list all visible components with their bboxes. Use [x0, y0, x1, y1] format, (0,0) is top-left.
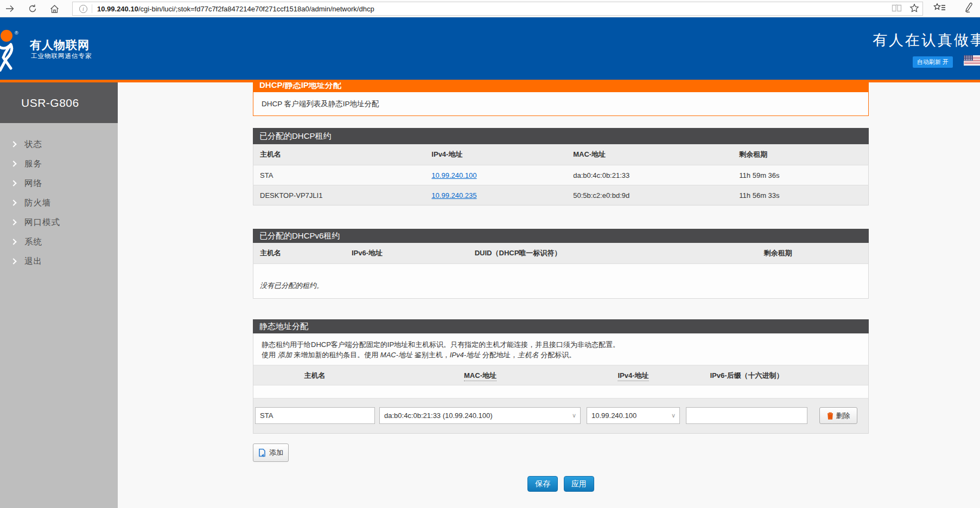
dhcpv6-empty-text: 没有已分配的租约。	[253, 264, 868, 291]
dhcp-leases-section: 已分配的DHCP租约 主机名 IPv4-地址 MAC-地址 剩余租期 STA 1…	[253, 128, 869, 205]
table-header-row: 主机名 IPv6-地址 DUID（DHCP唯一标识符） 剩余租期	[253, 243, 869, 263]
lease-hostname: DESKTOP-VP7JLI1	[253, 185, 432, 205]
description-line2: 使用 添加 来增加新的租约条目。使用 MAC-地址 鉴别主机，IPv4-地址 分…	[262, 350, 868, 360]
chevron-right-icon	[10, 200, 16, 205]
dhcp-leases-table: 主机名 IPv4-地址 MAC-地址 剩余租期 STA 10.99.240.10…	[253, 144, 869, 205]
col-ipv4: IPv4-地址	[618, 371, 648, 381]
chevron-down-icon: ∨	[671, 412, 679, 419]
sidebar-item-services[interactable]: 服务	[0, 154, 118, 173]
page-title-bar: DHCP/静态IP地址分配	[253, 82, 869, 92]
auto-refresh-toggle[interactable]: 自动刷新 开	[913, 56, 953, 68]
col-lease-time: 剩余租期	[764, 243, 869, 263]
browser-chrome: i 10.99.240.10/cgi-bin/luci/;stok=fd77c7…	[0, 0, 980, 17]
favorite-star-icon[interactable]	[909, 3, 919, 15]
form-actions: 保存 应用	[253, 476, 869, 492]
dhcpv6-leases-table: 主机名 IPv6-地址 DUID（DHCP唯一标识符） 剩余租期	[253, 243, 869, 263]
ipv4-address-select[interactable]: 10.99.240.100 ∨	[587, 407, 680, 424]
lease-ipv4-link[interactable]: 10.99.240.100	[431, 171, 476, 179]
us-flag-icon[interactable]	[964, 55, 980, 66]
col-ipv6: IPv6-地址	[352, 243, 475, 263]
sidebar-item-logout[interactable]: 退出	[0, 252, 118, 271]
chevron-right-icon	[10, 239, 16, 245]
col-lease-time: 剩余租期	[739, 144, 868, 165]
lease-mac: da:b0:4c:0b:21:33	[573, 165, 739, 185]
static-leases-description: 静态租约用于给DHCP客户端分配固定的IP地址和主机标识。只有指定的主机才能连接…	[253, 333, 868, 365]
dhcp-leases-title: 已分配的DHCP租约	[253, 128, 869, 144]
col-ipv4: IPv4-地址	[431, 144, 573, 165]
static-leases-section: 静态地址分配 静态租约用于给DHCP客户端分配固定的IP地址和主机标识。只有指定…	[253, 319, 869, 462]
static-lease-entry-row: da:b0:4c:0b:21:33 (10.99.240.100) ∨ 10.9…	[253, 398, 868, 433]
apply-button[interactable]: 应用	[564, 476, 594, 492]
delete-button[interactable]: 删除	[819, 407, 857, 424]
lease-ipv4-link[interactable]: 10.99.240.235	[431, 191, 476, 200]
col-mac: MAC-地址	[573, 144, 739, 165]
forward-icon[interactable]	[1, 0, 18, 17]
page-title: DHCP/静态IP地址分配	[253, 82, 869, 92]
reading-view-icon[interactable]	[892, 4, 902, 15]
home-icon[interactable]	[46, 0, 63, 17]
table-header-row: 主机名 IPv4-地址 MAC-地址 剩余租期	[253, 144, 869, 165]
device-name: USR-G806	[21, 97, 79, 110]
usr-logo	[0, 27, 24, 74]
chevron-right-icon	[10, 160, 16, 166]
brand-title: 有人物联网	[30, 37, 90, 53]
url-text[interactable]: 10.99.240.10/cgi-bin/luci/;stok=fd77c7f2…	[97, 5, 374, 13]
trash-icon	[827, 412, 833, 420]
url-domain: 10.99.240.10	[97, 5, 138, 13]
table-row: DESKTOP-VP7JLI1 10.99.240.235 50:5b:c2:e…	[253, 185, 869, 205]
url-path: /cgi-bin/luci/;stok=fd77c7f2fa847214e70f…	[138, 5, 374, 13]
brand-subtitle: 工业物联网通信专家	[31, 52, 92, 60]
web-note-pen-icon[interactable]	[963, 2, 975, 15]
lease-mac: 50:5b:c2:e0:bd:9d	[573, 185, 739, 205]
dhcpv6-leases-section: 已分配的DHCPv6租约 主机名 IPv6-地址 DUID（DHCP唯一标识符）…	[253, 229, 869, 299]
sidebar-item-port-mode[interactable]: 网口模式	[0, 213, 118, 232]
sidebar: USR-G806 状态 服务 网络 防火墙 网口模式 系统 退出	[0, 82, 118, 508]
ipv6-suffix-input[interactable]	[686, 407, 807, 424]
sidebar-item-firewall[interactable]: 防火墙	[0, 193, 118, 213]
chevron-right-icon	[10, 141, 16, 147]
mac-address-select[interactable]: da:b0:4c:0b:21:33 (10.99.240.100) ∨	[379, 407, 581, 424]
col-hostname: 主机名	[304, 371, 326, 381]
static-leases-title: 静态地址分配	[253, 319, 869, 333]
table-row: STA 10.99.240.100 da:b0:4c:0b:21:33 11h …	[253, 165, 869, 185]
chevron-down-icon: ∨	[572, 412, 580, 419]
save-button[interactable]: 保存	[527, 476, 558, 492]
dhcpv6-empty-row: 没有已分配的租约。	[253, 263, 869, 299]
registered-mark: ®	[15, 30, 18, 36]
sidebar-menu: 状态 服务 网络 防火墙 网口模式 系统 退出	[0, 123, 118, 271]
spacer-row	[253, 385, 868, 398]
col-duid: DUID（DHCP唯一标识符）	[475, 243, 764, 263]
add-button[interactable]: 添加	[253, 443, 289, 462]
refresh-icon[interactable]	[24, 0, 41, 17]
col-hostname: 主机名	[253, 243, 352, 263]
col-ipv6-suffix: IPv6-后缀（十六进制）	[710, 371, 783, 381]
chevron-right-icon	[10, 180, 16, 186]
dhcpv6-leases-title: 已分配的DHCPv6租约	[253, 229, 869, 243]
col-hostname: 主机名	[253, 144, 432, 165]
add-icon	[258, 448, 266, 457]
page-subtitle-box: DHCP 客户端列表及静态IP地址分配	[253, 92, 869, 116]
hostname-input[interactable]	[255, 407, 375, 424]
description-line1: 静态租约用于给DHCP客户端分配固定的IP地址和主机标识。只有指定的主机才能连接…	[262, 339, 868, 350]
static-form-header: 主机名 MAC-地址 IPv4-地址 IPv6-后缀（十六进制）	[253, 365, 868, 385]
lease-remaining: 11h 59m 36s	[739, 165, 868, 185]
sidebar-item-network[interactable]: 网络	[0, 173, 118, 193]
device-name-block: USR-G806	[0, 82, 118, 123]
page-subtitle: DHCP 客户端列表及静态IP地址分配	[253, 99, 379, 109]
site-info-icon[interactable]: i	[79, 5, 87, 13]
col-mac: MAC-地址	[464, 371, 497, 381]
sidebar-item-system[interactable]: 系统	[0, 232, 118, 252]
url-divider	[92, 4, 92, 13]
app-header: ® 有人物联网 工业物联网通信专家 有人在认真做事 自动刷新 开	[0, 17, 980, 82]
lease-remaining: 11h 56m 33s	[739, 185, 868, 205]
url-bar[interactable]: i 10.99.240.10/cgi-bin/luci/;stok=fd77c7…	[72, 2, 923, 16]
lease-hostname: STA	[253, 165, 432, 185]
chevron-right-icon	[10, 258, 16, 264]
chevron-right-icon	[10, 219, 16, 225]
favorites-hub-icon[interactable]	[933, 3, 946, 15]
sidebar-item-status[interactable]: 状态	[0, 134, 118, 154]
main-content: DHCP/静态IP地址分配 DHCP 客户端列表及静态IP地址分配 已分配的DH…	[118, 82, 980, 508]
header-slogan: 有人在认真做事	[873, 30, 980, 50]
